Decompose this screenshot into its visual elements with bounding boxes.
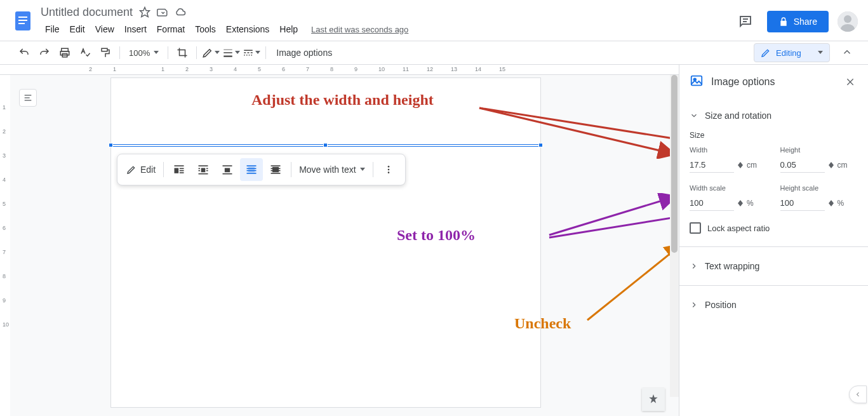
svg-rect-32	[180, 172, 184, 173]
more-options-button[interactable]	[377, 158, 400, 181]
border-weight-button[interactable]	[222, 44, 240, 62]
menu-tools[interactable]: Tools	[190, 22, 220, 37]
close-panel-button[interactable]	[843, 74, 858, 90]
height-input[interactable]	[780, 158, 825, 173]
share-button[interactable]: Share	[767, 11, 829, 32]
in-front-text-button[interactable]	[264, 158, 287, 181]
last-edit-link[interactable]: Last edit was seconds ago	[311, 25, 408, 34]
crop-image-button[interactable]	[173, 44, 191, 62]
edit-image-button[interactable]: Edit	[123, 158, 159, 181]
svg-rect-1	[18, 17, 27, 18]
svg-rect-45	[247, 168, 257, 170]
width-scale-input[interactable]	[690, 196, 734, 211]
svg-point-8	[844, 15, 851, 23]
height-scale-stepper[interactable]	[829, 200, 834, 206]
svg-rect-42	[223, 173, 232, 175]
account-avatar[interactable]	[838, 11, 858, 32]
resize-handle-right[interactable]	[538, 143, 543, 147]
svg-rect-13	[102, 48, 107, 51]
position-section[interactable]: Position	[679, 291, 868, 319]
svg-rect-14	[224, 50, 233, 50]
annotation-arrow-orange	[584, 241, 679, 324]
move-icon[interactable]	[157, 6, 168, 18]
vertical-scrollbar[interactable]	[670, 75, 679, 397]
menu-format[interactable]: Format	[152, 22, 189, 37]
svg-rect-44	[247, 165, 257, 166]
resize-handle-middle[interactable]	[323, 143, 328, 147]
svg-point-54	[387, 169, 389, 171]
svg-point-55	[387, 171, 389, 173]
width-input[interactable]	[690, 158, 734, 173]
lock-icon	[778, 17, 789, 27]
width-scale-unit: %	[747, 199, 754, 208]
svg-rect-31	[180, 170, 184, 171]
document-page[interactable]	[110, 77, 541, 408]
comment-history-button[interactable]	[733, 9, 758, 34]
behind-text-button[interactable]	[240, 158, 263, 181]
size-rotation-toggle[interactable]: Size and rotation	[690, 107, 858, 124]
pencil-icon	[761, 48, 771, 58]
svg-rect-23	[249, 55, 250, 56]
header-bar: Untitled document File Edit View Insert …	[0, 0, 868, 41]
menu-insert[interactable]: Insert	[120, 22, 151, 37]
svg-rect-48	[271, 165, 281, 166]
section-separator	[679, 285, 868, 286]
menu-edit[interactable]: Edit	[65, 22, 90, 37]
section-separator	[679, 246, 868, 247]
height-scale-input[interactable]	[780, 196, 825, 211]
redo-button[interactable]	[36, 44, 53, 62]
separator	[291, 162, 291, 177]
hide-menus-button[interactable]	[841, 46, 853, 60]
toolbar-separator	[196, 46, 197, 59]
annotation-arrow-purple-1	[546, 193, 679, 239]
lock-aspect-checkbox[interactable]	[690, 222, 701, 234]
svg-rect-18	[244, 52, 246, 53]
separator	[373, 162, 373, 177]
image-options-toolbar-button[interactable]: Image options	[271, 48, 337, 58]
docs-logo[interactable]	[10, 8, 36, 33]
menu-view[interactable]: View	[91, 22, 119, 37]
ruler-horizontal[interactable]: 21123456789101112131415	[0, 65, 679, 75]
scrollbar-thumb[interactable]	[671, 75, 678, 253]
print-button[interactable]	[56, 44, 74, 62]
zoom-dropdown[interactable]: 100%	[125, 44, 163, 62]
undo-button[interactable]	[15, 44, 33, 62]
editing-mode-dropdown[interactable]: Editing	[754, 43, 830, 62]
menu-help[interactable]: Help	[275, 22, 302, 37]
wrap-text-button[interactable]	[192, 158, 215, 181]
explore-button[interactable]	[642, 388, 665, 411]
inline-wrap-button[interactable]	[168, 158, 190, 181]
header-right: Share	[733, 9, 858, 34]
spellcheck-button[interactable]	[76, 44, 94, 62]
paint-format-button[interactable]	[97, 44, 114, 62]
caret-down-icon	[360, 168, 365, 171]
svg-rect-29	[175, 168, 179, 173]
text-wrapping-section[interactable]: Text wrapping	[679, 252, 868, 280]
ruler-vertical[interactable]: 12345678910	[0, 75, 10, 416]
selected-image[interactable]	[110, 144, 541, 147]
svg-rect-34	[201, 168, 206, 173]
width-scale-stepper[interactable]	[738, 200, 743, 206]
position-label: Move with text	[299, 164, 356, 175]
border-dash-button[interactable]	[243, 44, 260, 62]
document-title[interactable]: Untitled document	[41, 6, 133, 19]
border-color-button[interactable]	[202, 44, 220, 62]
share-label: Share	[794, 17, 817, 27]
svg-rect-33	[199, 165, 208, 166]
separator	[163, 162, 164, 177]
menu-extensions[interactable]: Extensions	[222, 22, 274, 37]
document-outline-button[interactable]	[19, 89, 37, 107]
star-icon[interactable]	[139, 6, 150, 18]
show-side-panel-button[interactable]	[849, 386, 867, 403]
panel-header: Image options	[679, 65, 868, 99]
resize-handle-left[interactable]	[109, 143, 113, 147]
cloud-status-icon[interactable]	[175, 6, 186, 18]
toolbar-separator	[168, 46, 168, 59]
chevron-right-icon	[690, 300, 698, 309]
break-text-button[interactable]	[216, 158, 239, 181]
width-stepper[interactable]	[738, 162, 743, 168]
height-stepper[interactable]	[829, 162, 834, 168]
width-label: Width	[690, 146, 768, 154]
menu-file[interactable]: File	[41, 22, 64, 37]
position-dropdown[interactable]: Move with text	[295, 158, 368, 181]
